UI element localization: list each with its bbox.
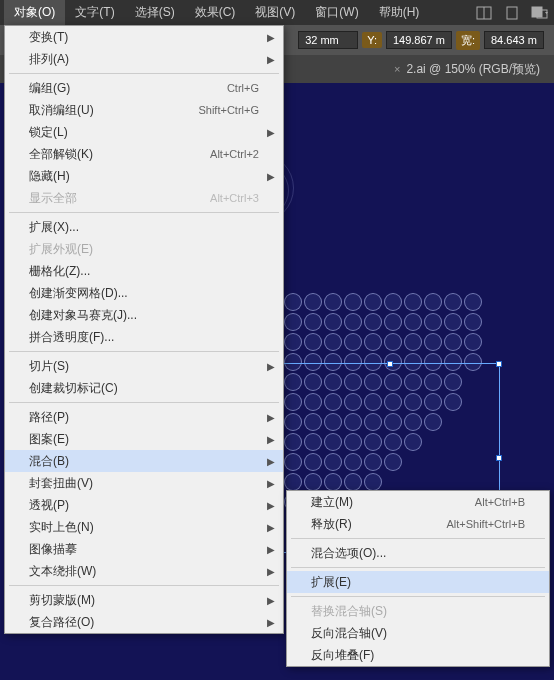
w-value[interactable]: 84.643 m <box>484 31 544 49</box>
chevron-right-icon: ▶ <box>267 361 275 372</box>
menu-item[interactable]: 建立(M)Alt+Ctrl+B <box>287 491 549 513</box>
menu-item[interactable]: 栅格化(Z)... <box>5 260 283 282</box>
close-icon[interactable]: × <box>394 63 400 75</box>
chevron-right-icon: ▶ <box>267 54 275 65</box>
doc-icon[interactable] <box>502 5 522 21</box>
menu-item[interactable]: 窗口(W) <box>305 0 368 25</box>
chevron-right-icon: ▶ <box>267 478 275 489</box>
menubar: 对象(O)文字(T)选择(S)效果(C)视图(V)窗口(W)帮助(H) <box>0 0 554 25</box>
menu-item: 显示全部Alt+Ctrl+3 <box>5 187 283 209</box>
chevron-right-icon: ▶ <box>267 127 275 138</box>
menu-item[interactable]: 选择(S) <box>125 0 185 25</box>
menu-item[interactable]: 剪切蒙版(M)▶ <box>5 589 283 611</box>
menu-item[interactable]: 混合(B)▶ <box>5 450 283 472</box>
selection-handle[interactable] <box>496 361 502 367</box>
menu-item-label: 创建对象马赛克(J)... <box>29 307 259 324</box>
menu-item[interactable]: 变换(T)▶ <box>5 26 283 48</box>
menu-item[interactable]: 全部解锁(K)Alt+Ctrl+2 <box>5 143 283 165</box>
menu-item-label: 创建裁切标记(C) <box>29 380 259 397</box>
menu-item-label: 隐藏(H) <box>29 168 259 185</box>
w-label: 宽: <box>456 31 480 50</box>
chevron-right-icon: ▶ <box>267 544 275 555</box>
menu-separator <box>291 567 545 568</box>
y-label: Y: <box>362 32 382 48</box>
menu-item-label: 创建渐变网格(D)... <box>29 285 259 302</box>
svg-rect-2 <box>507 7 517 19</box>
chevron-right-icon: ▶ <box>267 522 275 533</box>
menu-item[interactable]: 封套扭曲(V)▶ <box>5 472 283 494</box>
menu-item-label: 图像描摹 <box>29 541 259 558</box>
menu-item[interactable]: 创建渐变网格(D)... <box>5 282 283 304</box>
menu-item[interactable]: 扩展(X)... <box>5 216 283 238</box>
menu-item[interactable]: 创建对象马赛克(J)... <box>5 304 283 326</box>
menu-item[interactable]: 复合路径(O)▶ <box>5 611 283 633</box>
menu-item[interactable]: 图像描摹▶ <box>5 538 283 560</box>
menu-item-label: 透视(P) <box>29 497 259 514</box>
menu-item-label: 建立(M) <box>311 494 475 511</box>
menu-item[interactable]: 混合选项(O)... <box>287 542 549 564</box>
menu-item[interactable]: 帮助(H) <box>369 0 430 25</box>
chevron-right-icon: ▶ <box>267 617 275 628</box>
menu-item: 替换混合轴(S) <box>287 600 549 622</box>
arrange-icon[interactable] <box>530 5 550 21</box>
menu-item[interactable]: 文本绕排(W)▶ <box>5 560 283 582</box>
menu-item[interactable]: 透视(P)▶ <box>5 494 283 516</box>
menu-item[interactable]: 创建裁切标记(C) <box>5 377 283 399</box>
menu-item[interactable]: 实时上色(N)▶ <box>5 516 283 538</box>
menu-item-label: 全部解锁(K) <box>29 146 210 163</box>
chevron-right-icon: ▶ <box>267 500 275 511</box>
menu-item-label: 扩展(X)... <box>29 219 259 236</box>
menu-shortcut: Alt+Ctrl+2 <box>210 148 259 160</box>
menu-item[interactable]: 隐藏(H)▶ <box>5 165 283 187</box>
menu-item[interactable]: 锁定(L)▶ <box>5 121 283 143</box>
menu-item-label: 扩展外观(E) <box>29 241 259 258</box>
menu-item[interactable]: 取消编组(U)Shift+Ctrl+G <box>5 99 283 121</box>
menu-item-label: 显示全部 <box>29 190 210 207</box>
menu-item-label: 切片(S) <box>29 358 259 375</box>
menu-item-label: 排列(A) <box>29 51 259 68</box>
object-menu-dropdown: 变换(T)▶排列(A)▶编组(G)Ctrl+G取消编组(U)Shift+Ctrl… <box>4 25 284 634</box>
menu-item-label: 拼合透明度(F)... <box>29 329 259 346</box>
menu-item[interactable]: 对象(O) <box>4 0 65 25</box>
menu-item[interactable]: 反向堆叠(F) <box>287 644 549 666</box>
menu-separator <box>9 351 279 352</box>
menu-item-label: 锁定(L) <box>29 124 259 141</box>
menu-item[interactable]: 文字(T) <box>65 0 124 25</box>
menu-item-label: 路径(P) <box>29 409 259 426</box>
tab-title: 2.ai @ 150% (RGB/预览) <box>406 61 540 78</box>
chevron-right-icon: ▶ <box>267 566 275 577</box>
menu-separator <box>9 402 279 403</box>
menu-item[interactable]: 效果(C) <box>185 0 246 25</box>
menu-item[interactable]: 反向混合轴(V) <box>287 622 549 644</box>
menu-shortcut: Shift+Ctrl+G <box>198 104 259 116</box>
chevron-right-icon: ▶ <box>267 32 275 43</box>
menu-item[interactable]: 释放(R)Alt+Shift+Ctrl+B <box>287 513 549 535</box>
menu-item-label: 图案(E) <box>29 431 259 448</box>
menu-item[interactable]: 图案(E)▶ <box>5 428 283 450</box>
chevron-right-icon: ▶ <box>267 434 275 445</box>
menu-item-label: 释放(R) <box>311 516 446 533</box>
menu-item[interactable]: 排列(A)▶ <box>5 48 283 70</box>
menu-item[interactable]: 路径(P)▶ <box>5 406 283 428</box>
menu-item[interactable]: 视图(V) <box>245 0 305 25</box>
document-tab[interactable]: × 2.ai @ 150% (RGB/预览) <box>388 57 546 82</box>
x-value[interactable]: 32 mm <box>298 31 358 49</box>
menu-item[interactable]: 拼合透明度(F)... <box>5 326 283 348</box>
menu-item[interactable]: 切片(S)▶ <box>5 355 283 377</box>
menu-shortcut: Alt+Shift+Ctrl+B <box>446 518 525 530</box>
menu-item-label: 替换混合轴(S) <box>311 603 525 620</box>
selection-handle[interactable] <box>496 455 502 461</box>
layout-icon[interactable] <box>474 5 494 21</box>
chevron-right-icon: ▶ <box>267 595 275 606</box>
menu-item-label: 编组(G) <box>29 80 227 97</box>
menu-item-label: 栅格化(Z)... <box>29 263 259 280</box>
menu-item-label: 封套扭曲(V) <box>29 475 259 492</box>
y-value[interactable]: 149.867 m <box>386 31 452 49</box>
selection-handle[interactable] <box>387 361 393 367</box>
menu-item: 扩展外观(E) <box>5 238 283 260</box>
menu-item[interactable]: 编组(G)Ctrl+G <box>5 77 283 99</box>
menu-shortcut: Alt+Ctrl+3 <box>210 192 259 204</box>
menu-item-label: 文本绕排(W) <box>29 563 259 580</box>
blend-submenu-dropdown: 建立(M)Alt+Ctrl+B释放(R)Alt+Shift+Ctrl+B混合选项… <box>286 490 550 667</box>
menu-item[interactable]: 扩展(E) <box>287 571 549 593</box>
